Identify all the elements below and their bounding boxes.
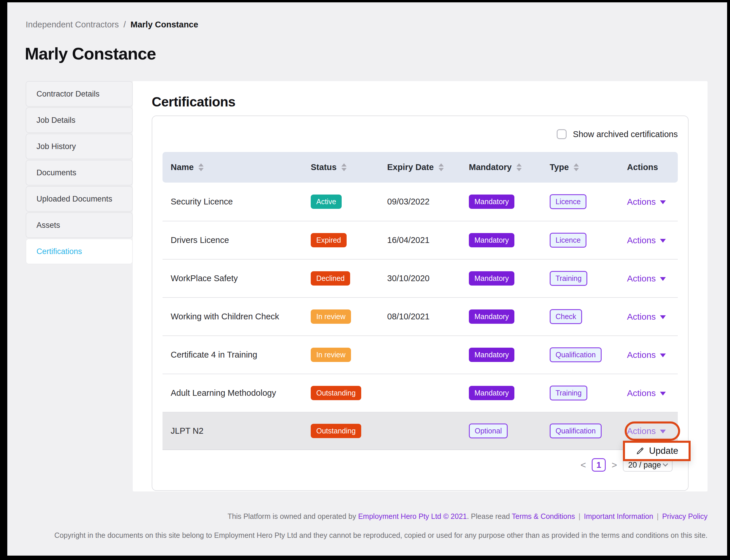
cell-expiry-date: 30/10/2020 — [387, 274, 469, 283]
actions-button[interactable]: Actions — [627, 388, 666, 398]
table-header: NameStatusExpiry DateMandatoryTypeAction… — [162, 152, 678, 183]
sidebar-item-certifications[interactable]: Certifications — [26, 239, 133, 264]
sort-up-icon — [198, 163, 204, 167]
menu-item-update[interactable]: Update — [625, 443, 689, 459]
sort-icon[interactable] — [574, 163, 579, 171]
cell-type: Licence — [550, 233, 627, 248]
actions-label: Actions — [627, 350, 656, 360]
current-page-button[interactable]: 1 — [592, 458, 606, 472]
cell-type: Qualification — [550, 347, 627, 362]
breadcrumb: Independent Contractors / Marly Constanc… — [26, 20, 198, 29]
footer-link-privacy-policy[interactable]: Privacy Policy — [662, 512, 708, 520]
sidebar-item-label: Job Details — [36, 116, 76, 125]
caret-down-icon — [660, 430, 666, 433]
sidebar-item-assets[interactable]: Assets — [26, 212, 133, 238]
footer-separator: | — [657, 512, 659, 520]
certifications-card: Show archived certifications NameStatusE… — [152, 115, 689, 491]
certification-name: JLPT N2 — [171, 426, 203, 435]
type-badge: Qualification — [550, 423, 602, 438]
sort-icon[interactable] — [439, 163, 444, 171]
cell-mandatory: Mandatory — [469, 386, 550, 400]
mandatory-badge: Mandatory — [469, 309, 514, 324]
cell-type: Qualification — [550, 423, 627, 438]
cell-status: Outstanding — [311, 424, 387, 438]
cell-status: Active — [311, 195, 387, 209]
status-badge: Outstanding — [311, 424, 361, 438]
footer-text: This Platform is owned and operated by — [227, 512, 358, 520]
footer-line2: Copyright in the documents on this site … — [26, 531, 708, 540]
actions-button[interactable]: Actions — [627, 426, 666, 436]
sort-icon[interactable] — [341, 163, 346, 171]
actions-label: Actions — [627, 312, 656, 322]
sidebar-item-uploaded-documents[interactable]: Uploaded Documents — [26, 186, 133, 212]
next-page-button[interactable]: > — [612, 460, 617, 470]
table-body: Security LicenceActive09/03/2022Mandator… — [162, 183, 678, 450]
actions-label: Actions — [627, 235, 656, 245]
sidebar-item-contractor-details[interactable]: Contractor Details — [26, 81, 133, 107]
column-header-type[interactable]: Type — [550, 162, 627, 172]
cell-expiry-date: 16/04/2021 — [387, 235, 469, 245]
sort-down-icon — [439, 168, 444, 171]
column-header-status[interactable]: Status — [311, 162, 387, 172]
footer-separator: | — [579, 512, 581, 520]
pagination: < 1 > 20 / page — [162, 458, 673, 472]
mandatory-badge: Mandatory — [469, 233, 514, 247]
footer-link-terms-conditions[interactable]: Terms & Conditions — [512, 512, 575, 520]
cell-actions: Actions — [627, 274, 670, 283]
chevron-down-icon — [663, 461, 668, 466]
breadcrumb-parent-link[interactable]: Independent Contractors — [26, 20, 119, 29]
mandatory-badge: Mandatory — [469, 195, 514, 209]
cell-name: Adult Learning Methodology — [171, 388, 311, 398]
cell-name: Drivers Licence — [171, 235, 311, 245]
actions-label: Actions — [627, 388, 656, 398]
menu-item-label: Update — [649, 446, 678, 456]
type-badge: Qualification — [550, 347, 602, 362]
column-header-name[interactable]: Name — [171, 162, 311, 172]
status-badge: Active — [311, 195, 342, 209]
sidebar-item-job-details[interactable]: Job Details — [26, 107, 133, 133]
sidebar-item-job-history[interactable]: Job History — [26, 134, 133, 159]
breadcrumb-separator: / — [123, 20, 126, 29]
sort-icon[interactable] — [517, 163, 522, 171]
actions-button[interactable]: Actions — [627, 312, 666, 322]
table-row: Adult Learning MethodologyOutstandingMan… — [162, 374, 678, 412]
column-header-expiry-date[interactable]: Expiry Date — [387, 162, 469, 172]
cell-expiry-date: 08/10/2021 — [387, 312, 469, 321]
footer-text: . Please read — [467, 512, 512, 520]
mandatory-badge: Optional — [469, 423, 508, 438]
cell-type: Check — [550, 309, 627, 324]
footer-line1: This Platform is owned and operated by E… — [26, 512, 708, 521]
show-archived-row: Show archived certifications — [162, 129, 678, 139]
actions-button[interactable]: Actions — [627, 235, 666, 245]
sidebar-item-label: Certifications — [36, 247, 82, 256]
footer-link-employment-hero-pty-ltd-2021[interactable]: Employment Hero Pty Ltd © 2021 — [358, 512, 467, 520]
cell-actions: Actions — [627, 197, 670, 207]
mandatory-badge: Mandatory — [469, 386, 514, 400]
show-archived-checkbox[interactable] — [557, 129, 567, 139]
cell-mandatory: Optional — [469, 423, 550, 438]
sort-up-icon — [341, 163, 346, 167]
pencil-icon — [636, 447, 645, 456]
content: Contractor DetailsJob DetailsJob History… — [26, 81, 708, 491]
footer-link-important-information[interactable]: Important Information — [584, 512, 653, 520]
sort-up-icon — [574, 163, 579, 167]
sort-down-icon — [198, 168, 204, 171]
caret-down-icon — [660, 277, 666, 281]
cell-mandatory: Mandatory — [469, 309, 550, 324]
certification-name: Certificate 4 in Training — [171, 350, 257, 359]
column-header-mandatory[interactable]: Mandatory — [469, 162, 550, 172]
sidebar-item-label: Job History — [36, 142, 76, 151]
certification-name: Working with Children Check — [171, 312, 279, 321]
actions-button[interactable]: Actions — [627, 274, 666, 283]
cell-actions: Actions — [627, 388, 670, 398]
actions-button[interactable]: Actions — [627, 350, 666, 360]
prev-page-button[interactable]: < — [581, 460, 586, 470]
cell-type: Licence — [550, 194, 627, 209]
sidebar-item-documents[interactable]: Documents — [26, 160, 133, 185]
actions-button[interactable]: Actions — [627, 197, 666, 207]
status-badge: Outstanding — [311, 386, 361, 400]
actions-label: Actions — [627, 197, 656, 207]
expiry-date: 16/04/2021 — [387, 235, 430, 245]
table-row: WorkPlace SafetyDeclined30/10/2020Mandat… — [162, 259, 678, 297]
sort-icon[interactable] — [198, 163, 204, 171]
